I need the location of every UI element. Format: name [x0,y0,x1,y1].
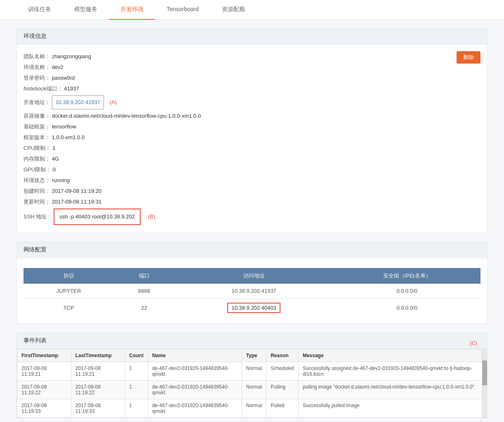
dev-address-link[interactable]: 10.38.9.202:41937 [56,99,100,105]
value-memory: 4G [52,156,59,162]
label-password: 登录密码： [24,75,50,81]
ev-name-1: de-467-dev2-031920-1494839540-qmvkt [148,362,242,381]
value-framework: tensorflow [52,123,76,130]
ev-name-3: de-467-dev2-031920-1494839540-qmvkt [148,399,242,418]
tcp-address-highlight: 10.38.9.202:40403 [227,303,280,313]
info-memory: 内存限制： 4G [24,154,480,164]
ev-type-3: Normal [242,399,266,418]
label-ssh: SSH 地址： [24,213,52,220]
label-dev-address: 开发地址： [24,99,50,105]
value-notebook-port: 41937 [64,85,79,92]
net-col-security: 安全组（IP白名单） [333,268,480,284]
env-section-title: 环境信息 [17,28,487,45]
value-status: running [52,177,70,183]
ssh-address-box: ssh -p 40403 root@10.38.9.202 [54,209,141,225]
net-port-tcp: 22 [114,299,174,318]
ev-name-2: de-467-dev2-031920-1494839540-qmvkt [148,381,242,399]
label-memory: 内存限制： [24,156,50,162]
table-row: JUPYTER 8888 10.38.9.202:41937 0.0.0.0/0 [24,284,480,299]
tab-resource[interactable]: 资源配额 [210,0,257,20]
ev-col-type: Type [242,349,266,362]
network-table-header-row: 协议 端口 访问地址 安全组（IP白名单） [24,268,480,284]
scrollbar-thumb[interactable] [482,360,487,385]
ev-message-3: Successfully pulled image [298,399,487,418]
net-col-address: 访问地址 [174,268,334,284]
info-env-name: 环境名称： dev2 [24,62,480,73]
value-create-time: 2017-09-08 11:19:20 [52,188,102,194]
ev-col-message: Message [298,349,487,362]
info-container-image: 容器镜像： docker.d.xiaomi.net/cloud-ml/dev-t… [24,111,480,121]
network-section-title: 网络配置 [17,242,487,258]
ev-message-1: Successfully assigned de-467-dev2-031920… [298,362,487,381]
ev-col-first-ts: FirstTimestamp [17,349,71,362]
info-create-time: 创建时间： 2017-09-08 11:19:20 [24,186,480,197]
info-team: 团队名称： zhangzongqiang [24,51,480,62]
tab-dev[interactable]: 开发环境 [109,0,155,20]
value-password: passw0rd [52,75,75,81]
label-cpu: CPU限制： [24,145,51,151]
env-section-body: 删除 团队名称： zhangzongqiang 环境名称： dev2 登录密码：… [17,45,487,233]
ev-type-2: Normal [242,381,266,399]
c-label: (C) [470,340,477,346]
ev-reason-3: Pulled [266,399,299,418]
label-env-name: 环境名称： [24,64,50,70]
info-notebook-port: Notebook端口： 41937 [24,83,480,94]
ev-last-ts-2: 2017-09-08 11:19:22 [71,381,125,399]
label-framework: 基础框架： [24,123,50,130]
network-section: 网络配置 协议 端口 访问地址 安全组（IP白名单） JUPYTER [16,242,488,324]
table-row: 2017-09-08 11:19:22 2017-09-08 11:19:22 … [17,381,487,399]
ev-col-last-ts: LastTimestamp [71,349,125,362]
label-create-time: 创建时间： [24,188,50,194]
net-security-tcp: 0.0.0.0/0 [333,299,480,318]
ev-first-ts-3: 2017-09-08 11:19:33 [17,399,71,418]
value-cpu: 1 [52,145,55,151]
info-status: 环境状态： running [24,175,480,186]
events-section-title: 事件列表 [17,333,487,349]
ev-last-ts-3: 2017-09-08 11:19:33 [71,399,125,418]
info-cpu: CPU限制： 1 [24,143,480,154]
label-status: 环境状态： [24,177,50,183]
content-area: 环境信息 删除 团队名称： zhangzongqiang 环境名称： dev2 … [0,20,504,422]
label-notebook-port: Notebook端口： [24,85,63,92]
events-header-row: FirstTimestamp LastTimestamp Count Name … [17,349,487,362]
dev-address-tag: (A) [110,97,117,108]
network-table: 协议 端口 访问地址 安全组（IP白名单） JUPYTER 8888 10.38… [24,268,480,317]
scrollbar[interactable] [482,349,487,418]
info-update-time: 更新时间： 2017-09-08 11:19:31 [24,197,480,207]
tabs-bar: 训练任务 模型服务 开发环境 Tensorboard 资源配额 [0,0,504,20]
label-framework-version: 框架版本： [24,134,50,140]
env-info-section: 环境信息 删除 团队名称： zhangzongqiang 环境名称： dev2 … [16,28,488,233]
net-security-jupyter: 0.0.0.0/0 [333,284,480,299]
net-port-jupyter: 8888 [114,284,174,299]
info-dev-address: 开发地址： 10.38.9.202:41937 (A) [24,94,480,111]
tab-train[interactable]: 训练任务 [16,0,63,20]
value-framework-version: 1.0.0-xm1.0.0 [52,134,85,140]
ev-message-2: pulling image "docker.d.xiaomi.net/cloud… [298,381,487,399]
net-address-jupyter: 10.38.9.202:41937 [174,284,334,299]
table-row: 2017-09-08 11:19:21 2017-09-08 11:19:21 … [17,362,487,381]
value-update-time: 2017-09-08 11:19:31 [52,199,102,205]
info-ssh: SSH 地址： ssh -p 40403 root@10.38.9.202 (B… [24,207,480,226]
info-framework-version: 框架版本： 1.0.0-xm1.0.0 [24,132,480,143]
info-password: 登录密码： passw0rd [24,73,480,83]
events-table: FirstTimestamp LastTimestamp Count Name … [17,349,487,418]
tab-model[interactable]: 模型服务 [63,0,109,20]
net-col-protocol: 协议 [24,268,114,284]
ev-col-name: Name [148,349,242,362]
ev-count-3: 1 [125,399,148,418]
ev-last-ts-1: 2017-09-08 11:19:21 [71,362,125,381]
delete-button[interactable]: 删除 [457,51,480,64]
net-protocol-jupyter: JUPYTER [24,284,114,299]
ev-first-ts-1: 2017-09-08 11:19:21 [17,362,71,381]
ev-type-1: Normal [242,362,266,381]
table-row: TCP 22 10.38.9.202:40403 0.0.0.0/0 [24,299,480,318]
dev-address-box: 10.38.9.202:41937 [52,95,104,109]
value-gpu: 0 [53,166,56,173]
net-address-tcp: 10.38.9.202:40403 [174,299,334,318]
label-team: 团队名称： [24,53,50,59]
value-container-image: docker.d.xiaomi.net/cloud-ml/dev-tensorf… [52,113,201,119]
ssh-tag: (B) [148,211,155,222]
ev-col-reason: Reason [266,349,299,362]
tab-tensorboard[interactable]: Tensorboard [155,0,210,20]
value-team: zhangzongqiang [52,53,91,59]
